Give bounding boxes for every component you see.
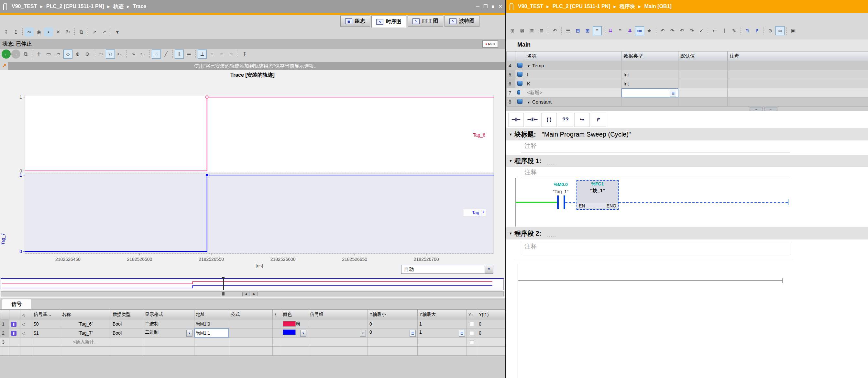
var-name[interactable]: K [527,81,530,86]
signal-row-tag6[interactable]: 1 ❚ ◁ $0 "Tag_6" Bool 二进制 %M1.0 粉 0 1 0 [0,319,505,328]
show-samples-icon[interactable]: ∴ [152,50,161,59]
tab-time-diagram[interactable]: ∿ 时序图 [371,16,406,28]
open-all-networks-icon[interactable]: ☰ [564,26,572,35]
monitor-trace-icon[interactable]: ∞ [25,28,34,36]
var-name[interactable]: Constant [532,99,552,105]
breadcrumb-plc[interactable]: PLC_2 [CPU 1511-1 PN] [46,4,104,9]
draw-line-icon[interactable]: ╱ [161,50,170,59]
collapse-triangle-icon[interactable]: ▼ [527,64,530,68]
eno-pin[interactable]: ENO [607,203,616,208]
scroll-thumb[interactable] [222,292,224,295]
contact-bar-right[interactable] [564,196,565,209]
redo-save-icon[interactable]: ↷ [687,26,696,35]
delete-recording-icon[interactable]: ✕ [54,28,63,36]
pan-icon[interactable]: ✛ [34,50,43,59]
var-default[interactable] [678,97,727,107]
time-alignment-icon[interactable]: t→ [138,50,148,59]
zoom-out-icon[interactable]: ⊖ [83,50,92,59]
network-2-title-placeholder[interactable]: ..... [547,233,556,238]
y-scale-icon-header[interactable]: Y↕ [467,310,477,319]
color-cell[interactable]: ▼ [281,328,308,338]
interface-row-temp[interactable]: 4 ▼Temp [507,61,868,70]
contact-bar-left[interactable] [557,196,559,209]
col-signal-group[interactable]: 信号组 [308,310,368,319]
network-2-strip[interactable]: ▼ 程序段 2: ..... [506,227,868,239]
collapse-networks-icon[interactable]: ⊟ [573,26,582,35]
col-data-type[interactable]: 数据类型 [621,52,678,61]
absolute-symbolic-icon[interactable]: ≔ [635,26,644,35]
fc-call-box[interactable]: %FC1 "块_1" EN ENO [577,180,619,210]
speaker-icon-header[interactable]: ◁ [20,310,32,319]
block-comment[interactable]: 注释 [521,141,790,153]
interface-row-new[interactable]: 7 <新增> ≣ [507,88,868,97]
open-branch-icon[interactable]: ↪ [574,113,590,127]
interpolation-icon[interactable]: ∿ [129,50,138,59]
breadcrumb-main-ob1[interactable]: Main [OB1] [644,4,671,9]
display-format-cell[interactable]: 二进制▼ [143,328,194,338]
col-signal-base[interactable]: 信号基... [32,310,60,319]
chevron-down-icon[interactable]: ▼ [186,330,192,337]
fc-address[interactable]: %FC1 [577,181,618,186]
var-comment[interactable] [727,70,868,79]
var-comment[interactable] [727,88,868,97]
goto-definition-icon[interactable]: ∣ [720,26,729,35]
signal-row-new[interactable]: 3 <插入新计... [0,338,505,347]
operand-representation-icon[interactable]: ⇊ [625,26,634,35]
var-type[interactable] [621,97,678,107]
col-color[interactable]: 颜色 [281,310,308,319]
signal-base-cell[interactable]: $0 [32,319,60,328]
install-trace-icon[interactable]: ↧ [2,28,11,36]
data-type-cell[interactable]: Bool [111,328,143,338]
scroll-right-icon[interactable]: ▶ [251,292,258,296]
operand-display-icon[interactable]: ⇊ [606,26,615,35]
export-measurement-icon[interactable]: ↗ [90,28,99,36]
stop-recording-icon[interactable]: ▪ [44,28,53,36]
zoom-in-icon[interactable]: ⊕ [73,50,82,59]
color-cell[interactable]: 粉 [281,319,308,328]
zoom-move-icon[interactable]: ◇ [63,50,72,59]
list-button-icon[interactable]: ≣ [410,330,416,337]
breadcrumb-plc[interactable]: PLC_2 [CPU 1511-1 PN] [553,4,611,9]
var-type[interactable]: Int [621,70,678,79]
var-default[interactable] [678,79,727,88]
reset-start-values-icon[interactable]: ↶ [550,26,559,35]
signal-row-tag7[interactable]: 2 ❚ ◁ $1 "Tag_7" Bool 二进制▼ %M1.1 ▼ ▼ 0≣ … [0,328,505,338]
var-name[interactable]: I [527,72,528,77]
goto-previous-icon[interactable]: ⇠ [710,26,719,35]
formula-cell[interactable] [229,328,273,338]
signal-tab[interactable]: 信号 [2,299,31,310]
activate-recording-icon[interactable]: ◉ [34,28,43,36]
y-scale-checkbox[interactable] [470,331,474,335]
chevron-down-icon[interactable]: ▼ [300,330,306,337]
var-type[interactable] [621,61,678,70]
y-scale-checkbox[interactable] [470,322,474,326]
insert-row-icon[interactable]: ≣ [527,26,536,35]
zoom-selection-icon[interactable]: ▭ [44,50,53,59]
goto-usage-icon[interactable]: ✎ [730,26,739,35]
maximize-icon[interactable]: ■ [491,4,494,9]
list-button-icon[interactable]: ≣ [670,90,676,96]
en-pin[interactable]: EN [579,203,585,208]
minimize-icon[interactable]: ─ [476,4,479,9]
col-name[interactable]: 名称 [525,52,621,61]
tab-fft-diagram[interactable]: ∿ FFT 图 [408,16,443,27]
formula-icon-header[interactable]: ƒ [273,310,281,319]
col-default-value[interactable]: 默认值 [678,52,727,61]
tab-bode-diagram[interactable]: ∿ 波特图 [444,16,479,27]
data-lock-icon[interactable]: ▣ [789,26,798,35]
insert-new-cell[interactable]: <插入新计... [60,338,111,347]
breadcrumb-project[interactable]: V90_TEST [12,4,37,9]
col-y-max[interactable]: Y轴最大 [418,310,467,319]
add-to-measurements-icon[interactable]: ⧉ [77,28,86,36]
zoom-100-icon[interactable]: 1:1 [96,50,105,59]
scroll-left-icon[interactable]: ◀ [242,292,249,296]
var-comment[interactable] [727,79,868,88]
var-default[interactable] [678,70,727,79]
time-scale-select[interactable]: 自动 ▼ [401,265,493,274]
row-number-header[interactable] [0,310,9,319]
search-icon[interactable]: ⊙ [766,26,775,35]
vertical-rulers-icon[interactable]: ‖ [175,50,184,59]
block-title-value[interactable]: "Main Program Sweep (Cycle)" [542,131,631,138]
address-cell-selected[interactable]: %M1.1 [194,328,229,338]
data-type-cell[interactable]: Bool [111,319,143,328]
